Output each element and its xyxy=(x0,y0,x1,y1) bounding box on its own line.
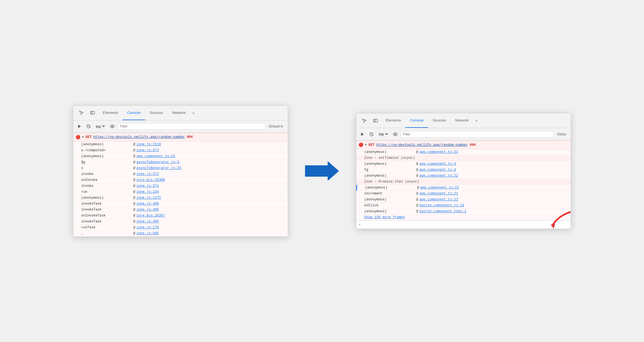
table-row: (anonymous) @ zone.js:1275 xyxy=(73,195,288,201)
left-eye-btn[interactable] xyxy=(108,122,116,130)
red-annotation-arrow xyxy=(551,209,571,229)
table-row: onInvoke @ core.mjs:26380 xyxy=(73,177,288,183)
svg-point-5 xyxy=(110,125,114,128)
table-row: (anonymous) @ app.component.ts:23 xyxy=(73,153,288,159)
left-error-code: 404 xyxy=(187,135,193,139)
left-tab-elements[interactable]: Elements xyxy=(98,106,123,120)
right-devtools-panel: Elements Console Sources Network » top D… xyxy=(356,113,571,229)
left-error-method: GET xyxy=(85,135,92,139)
right-toolbar: top Defau xyxy=(356,128,571,140)
left-cursor-icon[interactable] xyxy=(76,106,87,120)
left-tab-bar: Elements Console Sources Network » xyxy=(73,106,288,120)
right-tab-console[interactable]: Console xyxy=(405,113,428,128)
right-top-dropdown[interactable]: top xyxy=(377,131,390,137)
left-top-dropdown[interactable]: top xyxy=(94,124,107,129)
left-default-label: Default le xyxy=(267,124,285,128)
right-collapse-triangle[interactable]: ▼ xyxy=(365,143,367,146)
right-eye-btn[interactable] xyxy=(391,130,399,138)
table-row: onInvokeTask @ core.mjs:26367 xyxy=(73,213,288,219)
left-filter-input[interactable] xyxy=(117,123,265,130)
svg-line-12 xyxy=(370,133,373,136)
svg-point-6 xyxy=(112,126,113,127)
show-more-link[interactable]: Show 156 more frames xyxy=(364,215,405,219)
table-row: (anonymous) @ app.component.ts:22 xyxy=(356,185,571,191)
left-block-btn[interactable] xyxy=(85,122,93,130)
table-row: Yg @ app.component.ts:4 xyxy=(356,167,571,173)
direction-arrow xyxy=(305,160,339,182)
left-tab-console[interactable]: Console xyxy=(123,106,145,120)
right-console-content: 🔴 ▼ GET https://ng-devtools.netlify.app/… xyxy=(356,140,571,229)
table-row: o.<computed> @ zone.js:973 xyxy=(73,148,288,153)
left-top-label: top xyxy=(96,124,101,129)
svg-marker-10 xyxy=(361,133,364,136)
table-row: (anonymous) @ app.component.ts:22 xyxy=(356,173,571,179)
right-tab-more[interactable]: » xyxy=(473,113,480,128)
right-top-label: top xyxy=(379,132,384,136)
table-row: run @ zone.js:134 xyxy=(73,189,288,195)
right-block-btn[interactable] xyxy=(368,130,375,138)
left-error-icon: 🔴 xyxy=(76,135,80,140)
svg-line-4 xyxy=(87,125,90,128)
svg-rect-1 xyxy=(91,112,93,114)
right-cursor-icon[interactable] xyxy=(359,113,370,128)
right-filter-input[interactable] xyxy=(400,131,554,138)
table-row: runTask @ zone.js:178 xyxy=(73,225,288,231)
left-toolbar: top Default le xyxy=(73,120,288,133)
async-promise-header: Zone — Promise.then (async) xyxy=(356,179,571,185)
table-row: s @ asyncToGenerator.js:25 xyxy=(73,165,288,171)
right-error-icon: 🔴 xyxy=(359,142,363,147)
show-more-row: Show 156 more frames xyxy=(356,215,571,220)
left-error-url[interactable]: https://ng-devtools.netlify.app/random-n… xyxy=(93,135,185,139)
table-row: (anonymous) @ app.component.ts:13 xyxy=(356,197,571,203)
left-play-btn[interactable] xyxy=(76,122,83,130)
svg-point-14 xyxy=(395,133,396,135)
svg-point-13 xyxy=(393,133,397,136)
right-error-row: 🔴 ▼ GET https://ng-devtools.netlify.app/… xyxy=(356,140,571,149)
table-row: Qg @ asyncToGenerator.js:3 xyxy=(73,159,288,165)
async-zone-header: Zone — setTimeout (async) xyxy=(356,155,571,161)
right-stack-frames: (anonymous) @ app.component.ts:23 Zone —… xyxy=(356,149,571,220)
left-collapse-triangle[interactable]: ▼ xyxy=(82,136,84,139)
svg-marker-2 xyxy=(78,125,81,128)
right-tab-network[interactable]: Network xyxy=(451,113,473,128)
table-row: invokeTask @ zone.js:406 xyxy=(73,201,288,207)
right-play-btn[interactable] xyxy=(359,130,366,138)
table-row: invoke @ zone.js:371 xyxy=(73,183,288,189)
table-row: increment @ app.component.ts:21 xyxy=(356,191,571,197)
prompt-arrow-icon: › xyxy=(359,222,361,227)
right-error-url[interactable]: https://ng-devtools.netlify.app/random-n… xyxy=(376,143,468,147)
left-stack-frames: (anonymous) @ zone.js:1518 o.<computed> … xyxy=(73,142,288,237)
svg-marker-7 xyxy=(305,161,339,181)
table-row: (anonymous) @ button.component.html:1 xyxy=(356,209,571,215)
left-devtools-panel: Elements Console Sources Network » top D… xyxy=(73,105,288,237)
left-error-row: 🔴 ▼ GET https://ng-devtools.netlify.app/… xyxy=(73,133,288,142)
svg-rect-9 xyxy=(374,120,375,122)
table-row: invokeTask @ zone.js:405 xyxy=(73,207,288,213)
right-console-prompt: › xyxy=(356,220,571,229)
left-tab-sources[interactable]: Sources xyxy=(145,106,168,120)
arrow-container xyxy=(305,160,339,182)
left-device-icon[interactable] xyxy=(87,106,98,120)
table-row: onClick @ button.component.ts:18 xyxy=(356,203,571,209)
right-default-label: Defau xyxy=(555,132,568,136)
right-tab-elements[interactable]: Elements xyxy=(381,113,405,128)
table-row: _ @ zone.js:585 xyxy=(73,231,288,237)
right-tab-bar: Elements Console Sources Network » xyxy=(356,113,571,128)
right-tab-sources[interactable]: Sources xyxy=(428,113,451,128)
right-device-icon[interactable] xyxy=(370,113,381,128)
left-console-content: 🔴 ▼ GET https://ng-devtools.netlify.app/… xyxy=(73,133,288,237)
right-error-method: GET xyxy=(368,143,375,147)
table-row: (anonymous) @ zone.js:1518 xyxy=(73,142,288,148)
left-tab-network[interactable]: Network xyxy=(168,106,190,120)
left-tab-more[interactable]: » xyxy=(190,106,197,120)
table-row: (anonymous) @ app.component.ts:23 xyxy=(356,149,571,155)
table-row: invoke @ zone.js:372 xyxy=(73,171,288,177)
right-error-code: 404 xyxy=(470,143,476,147)
table-row: invokeTask @ zone.js:405 xyxy=(73,219,288,225)
table-row: (anonymous) @ app.component.ts:4 xyxy=(356,161,571,167)
main-container: Elements Console Sources Network » top D… xyxy=(0,88,644,254)
